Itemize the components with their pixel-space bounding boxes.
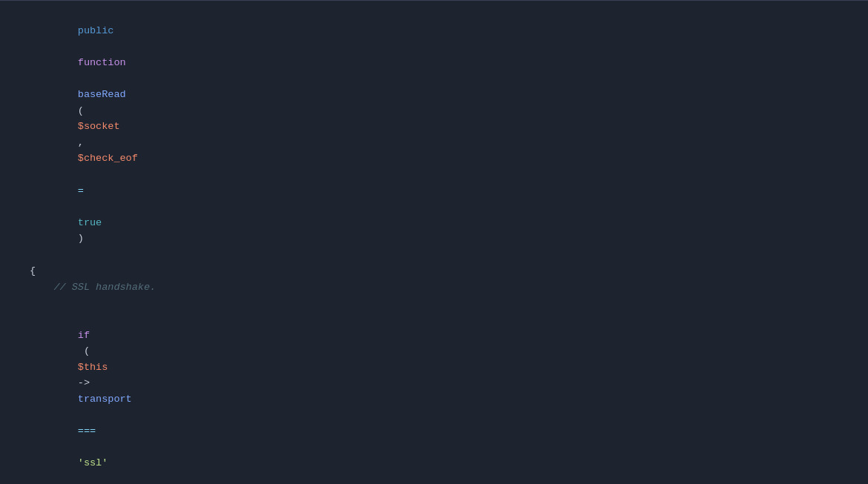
code-content: public function baseRead ( $socket , $ch… (0, 2, 868, 484)
code-editor: public function baseRead ( $socket , $ch… (0, 0, 868, 484)
code-line-4: if ( $this -> transport === 'ssl' && $th… (30, 296, 868, 485)
code-line-3: // SSL handshake. (30, 279, 868, 296)
code-line-2: { (30, 263, 868, 279)
code-line-1: public function baseRead ( $socket , $ch… (30, 7, 868, 263)
